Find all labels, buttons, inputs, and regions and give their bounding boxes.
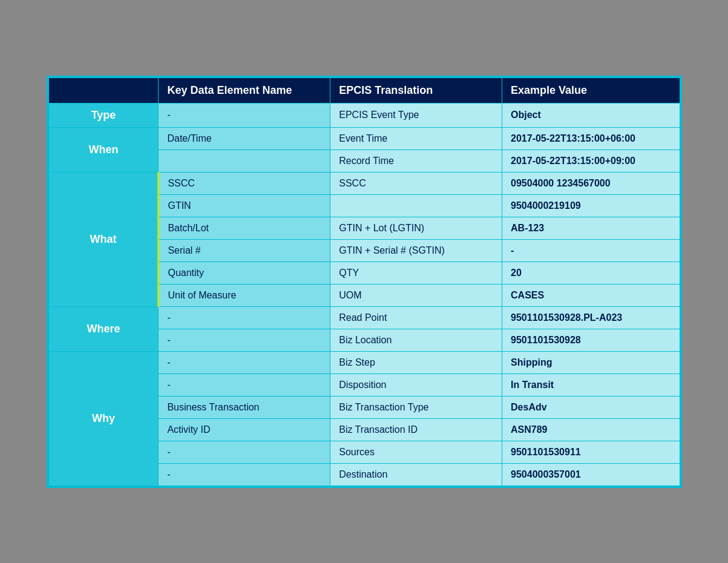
- key-name-cell: Unit of Measure: [159, 284, 330, 306]
- key-name-cell: GTIN: [159, 194, 330, 217]
- epcis-cell: GTIN + Serial # (SGTIN): [330, 239, 502, 262]
- key-name-cell: Batch/Lot: [159, 217, 330, 239]
- table-body: Type-EPCIS Event TypeObjectWhenDate/Time…: [48, 103, 680, 486]
- example-cell: 09504000 1234567000: [502, 172, 680, 194]
- epcis-cell: Event Time: [330, 127, 502, 150]
- category-cell: Where: [48, 306, 159, 351]
- epcis-cell: Disposition: [330, 374, 502, 396]
- key-name-cell: SSCC: [159, 172, 330, 194]
- table-header-row: Key Data Element Name EPCIS Translation …: [48, 77, 680, 104]
- key-name-cell: -: [159, 374, 330, 396]
- key-name-cell: Business Transaction: [159, 396, 330, 418]
- key-name-cell: -: [159, 306, 330, 329]
- epcis-cell: Biz Step: [330, 351, 502, 374]
- example-cell: ASN789: [502, 418, 680, 441]
- header-col2: Key Data Element Name: [159, 77, 330, 104]
- example-cell: In Transit: [502, 374, 680, 396]
- epcis-cell: Biz Transaction Type: [330, 396, 502, 418]
- header-col4: Example Value: [502, 77, 680, 104]
- example-cell: CASES: [502, 284, 680, 306]
- epcis-cell: [330, 194, 502, 217]
- category-cell: When: [48, 127, 159, 172]
- epcis-cell: Read Point: [330, 306, 502, 329]
- table-row: WhatSSCCSSCC09504000 1234567000: [48, 172, 680, 194]
- key-name-cell: [159, 150, 330, 172]
- example-cell: 20: [502, 262, 680, 284]
- key-name-cell: -: [159, 463, 330, 486]
- example-cell: Object: [502, 103, 680, 127]
- example-cell: Shipping: [502, 351, 680, 374]
- epcis-cell: Destination: [330, 463, 502, 486]
- epcis-cell: SSCC: [330, 172, 502, 194]
- example-cell: 9501101530928: [502, 329, 680, 351]
- epcis-cell: UOM: [330, 284, 502, 306]
- key-name-cell: Quantity: [159, 262, 330, 284]
- key-name-cell: Date/Time: [159, 127, 330, 150]
- epcis-cell: Sources: [330, 441, 502, 463]
- category-cell: Why: [48, 351, 159, 486]
- example-cell: 2017-05-22T13:15:00+09:00: [502, 150, 680, 172]
- key-name-cell: Activity ID: [159, 418, 330, 441]
- header-col1: [48, 77, 159, 104]
- key-name-cell: -: [159, 351, 330, 374]
- epcis-cell: QTY: [330, 262, 502, 284]
- example-cell: 2017-05-22T13:15:00+06:00: [502, 127, 680, 150]
- key-name-cell: -: [159, 329, 330, 351]
- main-table-wrapper: Key Data Element Name EPCIS Translation …: [47, 76, 682, 488]
- example-cell: AB-123: [502, 217, 680, 239]
- header-col3: EPCIS Translation: [330, 77, 502, 104]
- epcis-cell: Biz Location: [330, 329, 502, 351]
- example-cell: DesAdv: [502, 396, 680, 418]
- category-cell: What: [48, 172, 159, 306]
- table-row: Why-Biz StepShipping: [48, 351, 680, 374]
- table-row: Where-Read Point9501101530928.PL-A023: [48, 306, 680, 329]
- example-cell: 9504000357001: [502, 463, 680, 486]
- key-name-cell: -: [159, 103, 330, 127]
- epcis-cell: Record Time: [330, 150, 502, 172]
- example-cell: 9501101530911: [502, 441, 680, 463]
- epcis-table: Key Data Element Name EPCIS Translation …: [48, 77, 681, 487]
- key-name-cell: Serial #: [159, 239, 330, 262]
- example-cell: 9501101530928.PL-A023: [502, 306, 680, 329]
- table-row: Type-EPCIS Event TypeObject: [48, 103, 680, 127]
- category-cell: Type: [48, 103, 159, 127]
- epcis-cell: GTIN + Lot (LGTIN): [330, 217, 502, 239]
- key-name-cell: -: [159, 441, 330, 463]
- epcis-cell: Biz Transaction ID: [330, 418, 502, 441]
- epcis-cell: EPCIS Event Type: [330, 103, 502, 127]
- table-row: WhenDate/TimeEvent Time2017-05-22T13:15:…: [48, 127, 680, 150]
- example-cell: -: [502, 239, 680, 262]
- example-cell: 9504000219109: [502, 194, 680, 217]
